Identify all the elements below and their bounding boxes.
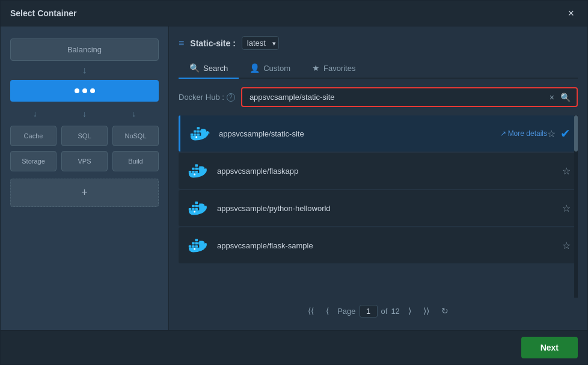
next-page-button[interactable]: ⟩ — [405, 304, 415, 318]
result-actions-4: ☆ — [562, 240, 571, 251]
svg-rect-10 — [195, 171, 198, 173]
svg-point-23 — [194, 211, 195, 213]
prev-page-button[interactable]: ⟨ — [322, 304, 332, 318]
dot-1 — [75, 88, 79, 93]
search-input-wrap: × 🔍 — [241, 87, 578, 107]
svg-rect-0 — [191, 133, 194, 136]
svg-rect-29 — [195, 239, 198, 241]
star-button-1[interactable]: ☆ — [547, 128, 556, 140]
search-area: Docker Hub : ? × 🔍 — [179, 87, 578, 107]
panel-header: ≡ Static-site : latest — [179, 36, 578, 50]
vps-button[interactable]: VPS — [61, 151, 108, 171]
svg-rect-24 — [189, 245, 192, 248]
favorites-tab-icon: ★ — [312, 63, 320, 73]
tab-custom[interactable]: 👤 Custom — [239, 58, 301, 79]
page-number-input[interactable] — [360, 305, 378, 317]
star-button-2[interactable]: ☆ — [562, 165, 571, 177]
dot-2 — [82, 88, 87, 93]
nosql-button[interactable]: NoSQL — [112, 126, 159, 146]
svg-rect-13 — [195, 164, 198, 167]
svg-rect-26 — [195, 245, 198, 248]
docker-icon-4 — [186, 233, 210, 257]
modal-title: Select Container — [10, 8, 76, 18]
first-page-button[interactable]: ⟨⟨ — [304, 304, 317, 318]
panel-title: Static-site : — [190, 38, 235, 48]
balancing-button[interactable]: Balancing — [10, 38, 159, 61]
search-input[interactable] — [247, 88, 548, 106]
results-list: appsvcsample/static-site ↗ More details … — [179, 115, 578, 298]
svg-rect-18 — [195, 208, 198, 210]
right-panel: ≡ Static-site : latest 🔍 Search 👤 Custom — [169, 26, 587, 330]
svg-rect-8 — [189, 171, 192, 173]
result-actions-3: ☆ — [562, 203, 571, 214]
left-panel: Balancing ↓ ↓ ↓ ↓ Cache SQL NoSQL Stor — [1, 26, 169, 330]
svg-rect-12 — [195, 168, 198, 170]
modal-body: Balancing ↓ ↓ ↓ ↓ Cache SQL NoSQL Stor — [1, 26, 587, 330]
build-button[interactable]: Build — [112, 151, 159, 171]
svg-rect-27 — [192, 242, 195, 245]
result-item-2[interactable]: appsvcsample/flaskapp ☆ — [179, 153, 578, 189]
svg-rect-11 — [192, 168, 195, 170]
docker-icon-1 — [188, 121, 212, 146]
result-item-3[interactable]: appsvcsample/python-helloworld ☆ — [179, 190, 578, 226]
docker-icon-3 — [186, 196, 210, 220]
scrollbar-thumb[interactable] — [574, 115, 578, 152]
custom-tab-label: Custom — [263, 64, 290, 73]
docker-icon-2 — [186, 159, 210, 183]
dot-3 — [90, 88, 95, 93]
tab-favorites[interactable]: ★ Favorites — [301, 58, 366, 79]
storage-button[interactable]: Storage — [10, 151, 57, 171]
search-tab-label: Search — [203, 64, 228, 73]
search-input-actions: × 🔍 — [548, 91, 572, 103]
sql-button[interactable]: SQL — [61, 126, 108, 146]
page-info: Page of 12 — [337, 305, 400, 317]
star-button-3[interactable]: ☆ — [562, 203, 571, 214]
svg-rect-17 — [192, 208, 195, 210]
svg-rect-20 — [195, 205, 198, 207]
grid-row-2: Storage VPS Build — [10, 151, 159, 171]
svg-rect-3 — [194, 130, 197, 133]
version-select[interactable]: latest — [242, 36, 279, 50]
modal-header: Select Container × — [1, 1, 587, 26]
selected-container-block[interactable] — [10, 80, 159, 102]
favorites-tab-label: Favorites — [323, 64, 355, 73]
help-icon[interactable]: ? — [227, 93, 235, 102]
arrows-row: ↓ ↓ ↓ — [10, 106, 159, 121]
select-container-modal: Select Container × Balancing ↓ ↓ ↓ ↓ Cac… — [0, 0, 588, 365]
star-button-4[interactable]: ☆ — [562, 240, 571, 251]
search-button[interactable]: 🔍 — [559, 91, 572, 103]
arrow-down-icon: ↓ — [82, 66, 87, 75]
close-button[interactable]: × — [564, 7, 578, 20]
next-button[interactable]: Next — [521, 337, 578, 358]
svg-rect-5 — [197, 127, 200, 129]
result-item-4[interactable]: appsvcsample/flask-sample ☆ — [179, 227, 578, 263]
total-pages: 12 — [391, 307, 399, 316]
result-actions-2: ☆ — [562, 165, 571, 177]
pagination: ⟨⟨ ⟨ Page of 12 ⟩ ⟩⟩ ↻ — [179, 298, 578, 321]
refresh-button[interactable]: ↻ — [438, 304, 452, 318]
of-label: of — [381, 307, 388, 316]
cache-button[interactable]: Cache — [10, 126, 57, 146]
tabs-bar: 🔍 Search 👤 Custom ★ Favorites — [179, 58, 578, 79]
menu-icon: ≡ — [179, 38, 184, 49]
result-name-1: appsvcsample/static-site — [219, 129, 494, 138]
version-wrapper: latest — [242, 36, 279, 50]
svg-rect-19 — [192, 205, 195, 207]
result-name-2: appsvcsample/flaskapp — [217, 167, 562, 176]
modal-footer: Next — [1, 330, 587, 364]
add-button[interactable]: + — [10, 179, 159, 207]
svg-point-31 — [194, 248, 195, 250]
more-details-link-1[interactable]: ↗ More details — [500, 129, 547, 138]
result-name-4: appsvcsample/flask-sample — [217, 241, 562, 250]
docker-hub-label: Docker Hub : ? — [179, 93, 235, 102]
arrow-left-icon: ↓ — [33, 109, 37, 118]
arrow-right-icon: ↓ — [132, 109, 136, 118]
svg-rect-25 — [192, 245, 195, 248]
svg-point-15 — [194, 174, 195, 176]
docker-hub-text: Docker Hub : — [179, 93, 224, 102]
clear-input-button[interactable]: × — [548, 91, 556, 103]
svg-rect-1 — [194, 133, 197, 136]
last-page-button[interactable]: ⟩⟩ — [420, 304, 433, 318]
result-item-1[interactable]: appsvcsample/static-site ↗ More details … — [179, 115, 578, 152]
tab-search[interactable]: 🔍 Search — [179, 58, 239, 79]
